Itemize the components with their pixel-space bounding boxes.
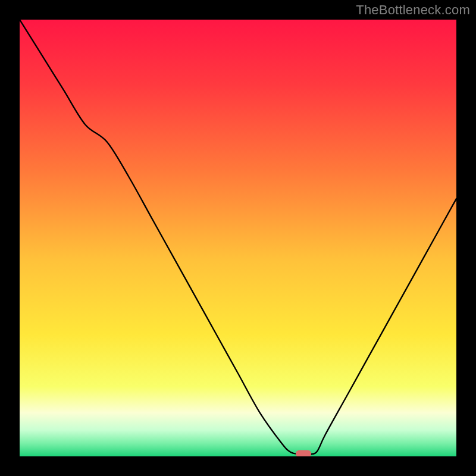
- bottleneck-curve-chart: [20, 20, 456, 456]
- optimal-point-marker: [296, 450, 311, 456]
- chart-frame: TheBottleneck.com: [0, 0, 476, 476]
- watermark-text: TheBottleneck.com: [356, 2, 470, 18]
- plot-area: [20, 20, 456, 456]
- gradient-background: [20, 20, 456, 456]
